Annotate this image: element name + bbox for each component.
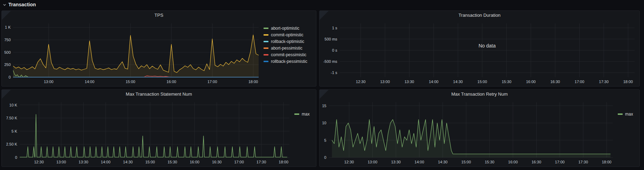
svg-text:15: 15 [322,104,326,108]
chart-tps[interactable]: 13:0014:0015:0016:0017:0018:000250500750… [2,19,264,86]
svg-text:14:00: 14:00 [101,160,111,164]
svg-text:15:00: 15:00 [126,80,135,84]
svg-text:15:00: 15:00 [145,160,155,164]
svg-text:13:30: 13:30 [391,160,401,164]
series-color-swatch [264,34,268,36]
svg-text:13:00: 13:00 [56,160,66,164]
legend-item-rollback-pessimistic[interactable]: rollback-pessimistic [264,58,314,65]
svg-text:17:00: 17:00 [234,160,244,164]
legend-label: commit-pessimistic [271,52,306,57]
svg-text:500: 500 [4,50,10,54]
row-collapse-toggle[interactable]: Transaction [2,2,36,7]
svg-text:17:00: 17:00 [575,80,584,84]
legend-max-statement: max [294,98,316,167]
panel-info-corner[interactable] [2,90,11,99]
panel-title-tps[interactable]: TPS [2,11,316,19]
svg-text:12:30: 12:30 [344,160,354,164]
svg-text:-500 ms: -500 ms [323,59,337,64]
panel-title-max-transaction-statement-num[interactable]: Max Transaction Statement Num [2,90,316,98]
svg-text:No data: No data [478,43,496,49]
chevron-down-icon [2,2,7,7]
svg-text:12:30: 12:30 [356,80,366,84]
panel-max-transaction-retry-num: i Max Transaction Retry Num 12:3013:0013… [319,89,640,167]
legend-label: abort-pessimistic [271,46,302,51]
series-color-swatch [264,41,268,42]
svg-text:16:00: 16:00 [167,80,176,84]
series-color-swatch [618,113,623,115]
legend-item-abort-optimistic[interactable]: abort-optimistic [264,25,314,31]
svg-text:2.50 K: 2.50 K [6,142,17,146]
svg-text:15:00: 15:00 [477,80,487,84]
svg-text:13:30: 13:30 [405,80,414,84]
legend-tps: abort-optimistic commit-optimistic rollb… [264,19,316,86]
legend-label: rollback-pessimistic [271,59,307,64]
svg-text:750: 750 [4,38,10,42]
svg-text:0: 0 [15,155,17,160]
svg-text:14:00: 14:00 [429,80,439,84]
svg-text:15:30: 15:30 [502,80,511,84]
svg-text:16:30: 16:30 [550,80,560,84]
legend-label: max [625,112,633,117]
row-title-label: Transaction [8,2,36,7]
panel-info-corner[interactable] [320,11,329,20]
svg-text:1 K: 1 K [5,25,11,29]
chart-max-transaction-statement-num[interactable]: 12:3013:0013:3014:0014:3015:0015:3016:00… [2,98,294,167]
chart-max-transaction-retry-num[interactable]: 12:3013:0013:3014:0014:3015:0015:3016:00… [320,98,618,167]
panel-max-transaction-statement-num: i Max Transaction Statement Num 12:3013:… [1,89,316,167]
svg-text:13:30: 13:30 [79,160,89,164]
panel-tps: i TPS 13:0014:0015:0016:0017:0018:000250… [1,10,316,87]
svg-text:16:00: 16:00 [508,160,518,164]
svg-text:15:00: 15:00 [461,160,471,164]
dashboard: Transaction i TPS 13:0014:0015:0016:0017… [0,0,644,170]
legend-item-rollback-optimistic[interactable]: rollback-optimistic [264,38,314,45]
svg-text:13:00: 13:00 [368,160,377,164]
svg-text:18:00: 18:00 [602,160,611,164]
svg-text:-1 s: -1 s [331,71,337,75]
panel-info-corner[interactable] [320,90,329,99]
legend-max-retry: max [618,98,639,167]
svg-text:16:00: 16:00 [190,160,200,164]
legend-label: abort-optimistic [271,26,299,31]
svg-text:1 s: 1 s [332,26,337,30]
svg-text:17:30: 17:30 [257,160,266,164]
legend-item-commit-optimistic[interactable]: commit-optimistic [264,31,314,38]
chart-transaction-duration[interactable]: 12:3013:0013:3014:0014:3015:0015:3016:00… [320,19,639,86]
svg-text:16:00: 16:00 [526,80,536,84]
panel-title-transaction-duration[interactable]: Transaction Duration [320,11,639,19]
svg-text:17:30: 17:30 [599,80,609,84]
svg-text:500 ms: 500 ms [324,37,337,41]
legend-item-max[interactable]: max [294,111,313,117]
legend-item-max[interactable]: max [618,111,636,117]
panel-title-max-transaction-retry-num[interactable]: Max Transaction Retry Num [320,90,639,98]
legend-label: max [302,112,310,117]
legend-label: commit-optimistic [271,32,303,37]
svg-text:15:30: 15:30 [168,160,177,164]
svg-text:5: 5 [324,138,326,142]
svg-text:14:30: 14:30 [453,80,463,84]
series-color-swatch [264,54,268,56]
legend-item-abort-pessimistic[interactable]: abort-pessimistic [264,45,314,51]
svg-text:14:30: 14:30 [438,160,448,164]
svg-text:14:00: 14:00 [85,80,94,84]
svg-text:0: 0 [8,75,10,79]
svg-text:5 K: 5 K [12,129,18,133]
svg-text:250: 250 [4,62,10,67]
series-color-swatch [264,61,268,62]
svg-text:17:30: 17:30 [579,160,588,164]
svg-text:10 K: 10 K [9,103,18,107]
svg-text:10: 10 [322,121,326,125]
svg-text:13:00: 13:00 [380,80,390,84]
svg-text:16:30: 16:30 [532,160,541,164]
svg-text:18:00: 18:00 [279,160,288,164]
panel-info-corner[interactable] [2,11,11,20]
svg-text:17:00: 17:00 [208,80,217,84]
svg-text:13:00: 13:00 [44,80,54,84]
svg-text:7.50 K: 7.50 K [6,116,17,120]
svg-text:18:00: 18:00 [623,80,633,84]
svg-text:14:30: 14:30 [123,160,133,164]
svg-text:0 s: 0 s [332,48,337,52]
svg-text:12:30: 12:30 [34,160,44,164]
legend-item-commit-pessimistic[interactable]: commit-pessimistic [264,51,314,58]
row-header: Transaction [0,0,644,10]
series-color-swatch [264,47,268,49]
